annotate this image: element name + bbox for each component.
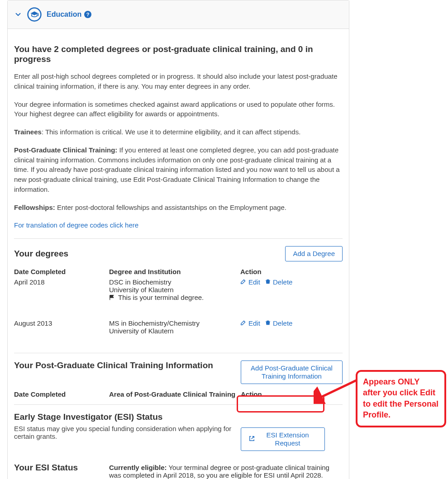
trainees-text: : This information is critical. We use i… bbox=[42, 128, 300, 136]
trash-icon bbox=[265, 278, 271, 286]
section-title-text: Education bbox=[47, 10, 81, 19]
degree-codes-link[interactable]: For translation of degree codes click he… bbox=[14, 221, 138, 229]
edit-button[interactable]: Edit bbox=[240, 319, 260, 327]
education-panel: Education ? You have 2 completed degrees… bbox=[7, 0, 349, 479]
delete-button[interactable]: Delete bbox=[265, 319, 292, 327]
delete-label: Delete bbox=[273, 278, 292, 286]
pgct-heading: Your Post-Graduate Clinical Training Inf… bbox=[14, 360, 213, 370]
degree-date: April 2018 bbox=[14, 278, 109, 286]
external-link-icon bbox=[248, 435, 255, 444]
section-title: Education ? bbox=[47, 10, 91, 19]
your-esi-status-heading: Your ESI Status bbox=[14, 463, 109, 473]
degree-institution: University of Klautern bbox=[109, 327, 240, 335]
degree-name: MS in Biochemistry/Chemistry bbox=[109, 319, 240, 327]
edit-button[interactable]: Edit bbox=[240, 278, 260, 286]
esi-description: ESI status may give you special funding … bbox=[14, 425, 236, 440]
edit-icon bbox=[240, 278, 247, 286]
summary-heading: You have 2 completed degrees or post-gra… bbox=[14, 44, 343, 64]
svg-text:?: ? bbox=[86, 12, 90, 17]
edit-icon bbox=[240, 319, 247, 327]
degree-name: DSC in Biochemistry bbox=[109, 278, 240, 286]
trainees-label: Trainees bbox=[14, 128, 42, 136]
terminal-degree-text: This is your terminal degree. bbox=[118, 294, 204, 301]
add-degree-button[interactable]: Add a Degree bbox=[285, 246, 343, 261]
esi-extension-request-button[interactable]: ESI Extension Request bbox=[241, 427, 325, 451]
pgct-label: Post-Graduate Clinical Training: bbox=[14, 146, 117, 154]
fellowships-text: Enter post-doctoral fellowships and assi… bbox=[55, 204, 286, 211]
chevron-down-icon bbox=[14, 10, 22, 19]
pgct-col-area: Area of Post-Graduate Clinical Training bbox=[109, 390, 241, 401]
education-panel-header[interactable]: Education ? bbox=[8, 0, 349, 29]
your-degrees-heading: Your degrees bbox=[14, 249, 68, 259]
divider bbox=[14, 353, 343, 353]
col-degree-institution: Degree and Institution bbox=[109, 268, 240, 278]
education-icon bbox=[27, 7, 42, 22]
intro-pgct: Post-Graduate Clinical Training: If you … bbox=[14, 145, 343, 194]
divider bbox=[14, 238, 343, 239]
pgct-col-date: Date Completed bbox=[14, 390, 109, 401]
terminal-degree-note: This is your terminal degree. bbox=[109, 294, 240, 301]
degree-row: August 2013 MS in Biochemistry/Chemistry… bbox=[14, 319, 343, 335]
add-pgct-button[interactable]: Add Post-Graduate Clinical Training Info… bbox=[241, 360, 343, 384]
intro-trainees: Trainees: This information is critical. … bbox=[14, 127, 343, 137]
pgct-col-action: Action bbox=[241, 390, 343, 401]
education-panel-body: You have 2 completed degrees or post-gra… bbox=[8, 29, 349, 479]
flag-icon bbox=[109, 294, 115, 301]
fellowships-label: Fellowships: bbox=[14, 204, 55, 211]
col-action: Action bbox=[240, 268, 340, 278]
currently-eligible-label: Currently eligible: bbox=[109, 464, 167, 471]
trash-icon bbox=[265, 319, 271, 327]
annotation-text: Appears ONLY after you click Edit to edi… bbox=[363, 377, 438, 419]
degree-row: April 2018 DSC in Biochemistry Universit… bbox=[14, 278, 343, 301]
help-icon[interactable]: ? bbox=[84, 11, 91, 18]
intro-fellowships: Fellowships: Enter post-doctoral fellows… bbox=[14, 203, 343, 213]
esi-button-label: ESI Extension Request bbox=[258, 431, 317, 447]
esi-status-heading: Early Stage Investigator (ESI) Status bbox=[14, 412, 236, 422]
delete-button[interactable]: Delete bbox=[265, 278, 292, 286]
edit-label: Edit bbox=[248, 278, 260, 286]
intro-p2: Your degree information is sometimes che… bbox=[14, 100, 343, 119]
divider bbox=[14, 404, 343, 405]
delete-label: Delete bbox=[273, 319, 292, 327]
degree-institution: University of Klautern bbox=[109, 286, 240, 294]
annotation-callout: Appears ONLY after you click Edit to edi… bbox=[356, 370, 446, 427]
edit-label: Edit bbox=[248, 319, 260, 327]
col-date-completed: Date Completed bbox=[14, 268, 109, 278]
intro-p1: Enter all post-high school degrees compl… bbox=[14, 71, 343, 91]
degree-date: August 2013 bbox=[14, 319, 109, 327]
